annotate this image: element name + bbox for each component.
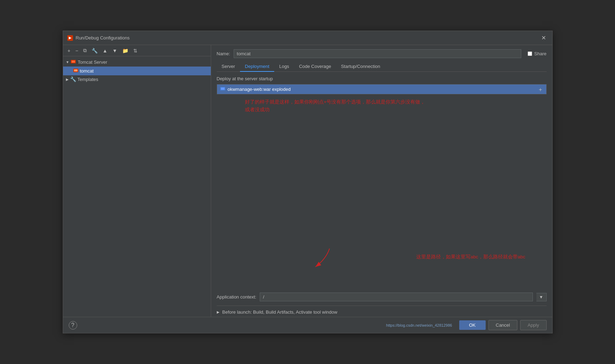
app-context-label: Application context: xyxy=(217,294,257,300)
app-context-input[interactable] xyxy=(260,293,533,301)
config-tabs: Server Deployment Logs Code Coverage Sta… xyxy=(217,62,547,72)
dialog-title: Run/Debug Configurations xyxy=(76,35,130,40)
deploy-list-wrapper: okwmanage-web:war exploded + − ▲ ▼ xyxy=(217,84,547,289)
add-deploy-button[interactable]: + xyxy=(536,86,545,94)
app-context-dropdown[interactable]: ▼ xyxy=(536,293,547,301)
templates-label: Templates xyxy=(78,77,98,82)
deploy-label: Deploy at the server startup xyxy=(217,76,547,81)
deploy-item-label: okwmanage-web:war exploded xyxy=(228,87,291,92)
run-debug-dialog: Run/Debug Configurations ✕ + − ⧉ 🔧 ▲ ▼ 📁… xyxy=(63,31,553,333)
tree-item-tomcat-server[interactable]: ▼ Tomcat Server xyxy=(63,58,211,67)
tab-deployment[interactable]: Deployment xyxy=(240,62,274,72)
before-launch-text: Before launch: Build, Build Artifacts, A… xyxy=(222,309,338,315)
tree-item-templates[interactable]: ▶ 🔧 Templates xyxy=(63,75,211,83)
add-config-button[interactable]: + xyxy=(66,47,72,55)
cancel-button[interactable]: Cancel xyxy=(488,320,517,330)
app-context-row: Application context: ▼ xyxy=(217,289,547,306)
share-checkbox[interactable] xyxy=(528,51,532,56)
move-up-button[interactable]: ▲ xyxy=(101,47,109,55)
name-row: Name: Share xyxy=(217,49,547,58)
title-bar: Run/Debug Configurations ✕ xyxy=(63,31,552,45)
move-down-button[interactable]: ▼ xyxy=(111,47,119,55)
tomcat-server-label: Tomcat Server xyxy=(78,59,107,65)
remove-config-button[interactable]: − xyxy=(74,47,80,55)
svg-rect-5 xyxy=(74,69,78,71)
settings-button[interactable]: 🔧 xyxy=(90,47,99,55)
templates-icon: 🔧 xyxy=(70,76,76,82)
right-panel: Name: Share Server Deployment Logs Code … xyxy=(211,45,552,317)
ok-button[interactable]: OK xyxy=(459,320,486,330)
config-tree: ▼ Tomcat Server xyxy=(63,56,211,317)
deploy-actions: + − ▲ ▼ ✏ xyxy=(535,84,546,94)
share-label: Share xyxy=(534,51,547,56)
apply-button[interactable]: Apply xyxy=(520,320,547,330)
deploy-section: Deploy at the server startup xyxy=(217,76,547,317)
annotation-arrow xyxy=(308,249,337,270)
tomcat-server-icon xyxy=(70,59,76,65)
annotation-text-2: 这里是路径，如果这里写abc，那么路径就会带abc xyxy=(416,253,525,261)
help-button[interactable]: ? xyxy=(69,321,77,330)
name-label: Name: xyxy=(217,51,230,56)
before-launch: ▶ Before launch: Build, Build Artifacts,… xyxy=(217,306,547,317)
toolbar: + − ⧉ 🔧 ▲ ▼ 📁 ⇅ xyxy=(63,45,211,56)
tab-server[interactable]: Server xyxy=(217,62,240,72)
dialog-icon xyxy=(67,35,73,41)
deploy-list: okwmanage-web:war exploded xyxy=(217,84,546,94)
url-text: https://blog.csdn.net/weixin_42812986 xyxy=(386,323,452,327)
bottom-right: https://blog.csdn.net/weixin_42812986 OK… xyxy=(386,320,547,330)
bottom-bar: ? https://blog.csdn.net/weixin_42812986 … xyxy=(63,317,552,333)
before-launch-chevron[interactable]: ▶ xyxy=(217,310,220,314)
deploy-item[interactable]: okwmanage-web:war exploded xyxy=(217,84,546,94)
deploy-item-icon xyxy=(220,86,226,93)
svg-rect-7 xyxy=(221,88,225,90)
deploy-list-container: okwmanage-web:war exploded + − ▲ ▼ xyxy=(217,84,547,94)
expand-chevron: ▼ xyxy=(66,60,69,64)
tab-code-coverage[interactable]: Code Coverage xyxy=(294,62,336,72)
templates-chevron: ▶ xyxy=(66,77,69,81)
name-input[interactable] xyxy=(234,49,521,58)
tomcat-config-icon xyxy=(73,68,79,74)
svg-rect-3 xyxy=(72,61,75,63)
tomcat-label: tomcat xyxy=(80,68,94,74)
tab-logs[interactable]: Logs xyxy=(274,62,294,72)
tree-item-tomcat[interactable]: tomcat xyxy=(63,67,211,75)
sort-button[interactable]: ⇅ xyxy=(131,47,139,55)
left-panel: + − ⧉ 🔧 ▲ ▼ 📁 ⇅ ▼ Tom xyxy=(63,45,211,317)
folder-button[interactable]: 📁 xyxy=(121,47,130,55)
tab-startup[interactable]: Startup/Connection xyxy=(336,62,385,72)
copy-config-button[interactable]: ⧉ xyxy=(81,46,88,55)
close-button[interactable]: ✕ xyxy=(539,34,548,42)
annotation-text-1: 好了的样子就是这样，如果你刚刚点+号没有那个选项，那么就是你第六步没有做， 或者… xyxy=(245,98,425,113)
